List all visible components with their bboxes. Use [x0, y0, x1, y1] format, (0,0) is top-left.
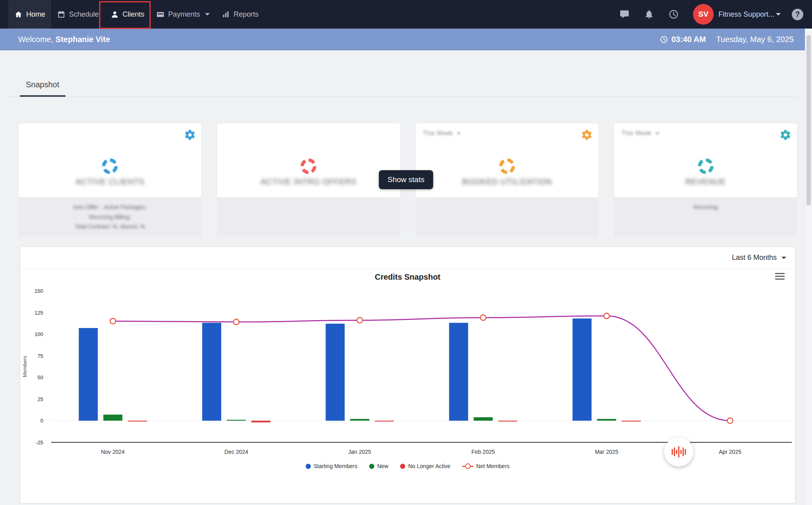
svg-text:25: 25 [38, 396, 43, 402]
chevron-down-icon [781, 257, 786, 259]
clock-icon [660, 35, 668, 44]
nav-label-home: Home [26, 10, 45, 19]
chevron-down-icon [205, 13, 210, 15]
calendar-icon [57, 10, 65, 19]
chevron-down-icon[interactable] [776, 13, 781, 15]
svg-text:Apr 2025: Apr 2025 [719, 449, 741, 455]
card-title: REVENUE [614, 177, 797, 186]
stat-card-booked-utilization: This Week BOOKED UTILIZATION [416, 123, 599, 237]
loading-donut-icon [498, 157, 516, 175]
account-menu[interactable]: Fitness Support... [718, 10, 774, 19]
svg-text:150: 150 [34, 288, 43, 294]
nav-item-payments[interactable]: Payments [150, 0, 216, 29]
nav-item-schedule[interactable]: Schedule [51, 0, 105, 29]
svg-text:75: 75 [38, 353, 43, 359]
chart-title: Credits Snapshot [20, 271, 795, 282]
legend-item-no-longer-active[interactable]: No Longer Active [400, 463, 450, 469]
card-footer: Recurring [614, 197, 797, 236]
home-icon [14, 10, 23, 19]
credits-chart: 1501251007550250-25MembersNov 2024Dec 20… [20, 282, 796, 459]
show-stats-button[interactable]: Show stats [379, 170, 433, 189]
loading-spinner [664, 437, 693, 467]
nav-label-reports: Reports [234, 10, 259, 19]
top-nav: Home Schedule Clients Payments Reports S… [0, 0, 812, 29]
legend-label: No Longer Active [408, 463, 450, 469]
user-icon [111, 10, 119, 19]
welcome-greeting: Welcome, Stephanie Vite [18, 35, 110, 44]
svg-text:Members: Members [22, 355, 28, 377]
user-name: Stephanie Vite [56, 35, 110, 44]
svg-text:Feb 2025: Feb 2025 [471, 449, 495, 455]
footer-line: Recurring Billing: [19, 212, 201, 222]
footer-line: Total Contract: %, Alumni: % [19, 222, 201, 232]
current-date: Tuesday, May 6, 2025 [716, 35, 794, 44]
period-selector[interactable]: This Week [621, 130, 659, 137]
chart-menu-icon[interactable] [775, 273, 785, 281]
legend-dot-icon [306, 464, 311, 469]
avatar[interactable]: SV [693, 4, 714, 25]
svg-text:50: 50 [38, 374, 43, 380]
nav-label-clients: Clients [123, 10, 144, 19]
chat-icon[interactable] [619, 9, 630, 19]
gear-icon[interactable] [779, 129, 791, 141]
svg-text:Jan 2025: Jan 2025 [349, 449, 372, 455]
nav-right-cluster: SV Fitness Support... ? [619, 0, 812, 29]
stat-card-active-clients: ACTIVE CLIENTS Intro Offer: , Active Pac… [18, 123, 202, 237]
card-body: This Week REVENUE [614, 123, 797, 197]
loading-donut-icon [101, 157, 119, 175]
tab-snapshot[interactable]: Snapshot [20, 74, 65, 97]
footer-line: Intro Offer: , Active Packages: [19, 202, 201, 212]
nav-item-home[interactable]: Home [8, 0, 51, 29]
card-title: ACTIVE CLIENTS [19, 177, 201, 186]
payments-icon [156, 10, 165, 19]
clock-icon[interactable] [668, 9, 679, 19]
legend-item-starting-members[interactable]: Starting Members [306, 463, 357, 469]
nav-label-payments: Payments [168, 10, 200, 19]
loading-donut-icon [697, 157, 714, 175]
nav-label-schedule: Schedule [69, 10, 99, 19]
nav-item-reports[interactable]: Reports [216, 0, 264, 29]
svg-text:Nov 2024: Nov 2024 [101, 449, 125, 455]
bell-icon[interactable] [644, 9, 654, 19]
scrollbar-thumb[interactable] [806, 35, 811, 205]
card-footer [217, 197, 400, 236]
dashboard-page: Home Schedule Clients Payments Reports S… [0, 0, 812, 505]
svg-text:0: 0 [40, 418, 43, 424]
footer-line: Recurring [614, 202, 797, 212]
stat-card-active-intro-offers: ACTIVE INTRO OFFERS [217, 123, 400, 237]
card-title: BOOKED UTILIZATION [416, 177, 599, 186]
legend-dot-icon [400, 464, 405, 469]
card-footer: Intro Offer: , Active Packages: Recurrin… [19, 197, 201, 236]
svg-text:100: 100 [34, 331, 43, 337]
svg-text:Dec 2024: Dec 2024 [224, 449, 248, 455]
period-selector[interactable]: This Week [423, 130, 461, 137]
reports-icon [222, 10, 230, 19]
card-title: ACTIVE INTRO OFFERS [217, 177, 400, 186]
nav-item-clients[interactable]: Clients [105, 0, 150, 29]
svg-text:-25: -25 [36, 440, 43, 445]
chevron-down-icon [457, 132, 461, 134]
welcome-bar: Welcome, Stephanie Vite 03:40 AM Tuesday… [0, 29, 812, 50]
range-selector-label: Last 6 Months [732, 253, 777, 262]
gear-icon[interactable] [581, 129, 593, 141]
credits-snapshot-panel: Last 6 Months Credits Snapshot 150125100… [20, 246, 795, 503]
legend-label: Net Members [476, 463, 509, 469]
help-icon[interactable]: ? [792, 9, 803, 20]
card-body: ACTIVE CLIENTS [19, 123, 201, 197]
legend-item-new[interactable]: New [369, 463, 388, 469]
legend-dot-icon [369, 464, 374, 469]
legend-label: New [377, 463, 388, 469]
tab-bar: Snapshot [8, 74, 797, 97]
line-marker-icon [462, 463, 473, 469]
range-selector[interactable]: Last 6 Months [732, 253, 786, 262]
legend-item-net-members[interactable]: Net Members [462, 463, 509, 469]
scrollbar-track [805, 29, 812, 505]
equalizer-bars-icon [671, 445, 687, 458]
svg-text:125: 125 [34, 310, 43, 316]
card-body: ACTIVE INTRO OFFERS [217, 123, 400, 197]
card-footer [416, 197, 599, 236]
card-body: This Week BOOKED UTILIZATION [416, 123, 599, 197]
welcome-right: 03:40 AM Tuesday, May 6, 2025 [660, 35, 794, 44]
stat-card-revenue: This Week REVENUE Recurring [614, 123, 797, 237]
gear-icon[interactable] [184, 129, 196, 141]
